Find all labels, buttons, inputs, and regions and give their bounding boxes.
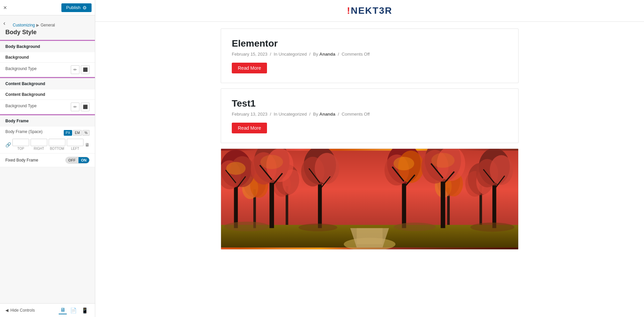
section-body-frame: Body Frame	[0, 114, 95, 127]
post-in-2: In	[274, 112, 277, 117]
desktop-view-btn[interactable]: 🖥	[59, 306, 67, 314]
hide-controls-arrow: ◀	[5, 308, 8, 313]
unit-percent-btn[interactable]: %	[83, 130, 90, 136]
unit-px-btn[interactable]: PX	[64, 130, 72, 136]
toggle-on[interactable]: ON	[78, 157, 90, 163]
svg-point-61	[299, 224, 337, 231]
content-background-control: Content Background	[0, 89, 95, 100]
breadcrumb-arrow: ▶	[36, 23, 39, 27]
link-icon[interactable]: 🔗	[5, 142, 11, 147]
top-field: TOP	[12, 139, 29, 150]
svg-point-62	[394, 223, 436, 231]
top-label: TOP	[17, 147, 24, 150]
preview-area: !NEKT3R Elementor February 15, 2023 / In…	[95, 0, 644, 317]
post-date-1: February 15, 2023	[232, 52, 267, 57]
post-card-2: Test1 February 13, 2023 / In Uncategoriz…	[221, 88, 519, 143]
tablet-view-btn[interactable]: 📄	[69, 306, 78, 314]
background-control: Background	[0, 52, 95, 63]
background-type-row: Background Type ✏ ⬛	[0, 63, 95, 77]
content-bg-type-icons: ✏ ⬛	[71, 103, 90, 111]
frame-space-label: Body Frame (Space)	[5, 129, 43, 134]
logo-exclaim: !	[347, 5, 351, 16]
hide-controls-label: Hide Controls	[10, 308, 35, 313]
section-content-background: Content Background	[0, 77, 95, 89]
post-category-1: Uncategorized	[279, 52, 307, 57]
post-in-1: In	[274, 52, 277, 57]
panel-topbar: × Publish ⚙	[0, 0, 95, 15]
panel-bottom: ◀ Hide Controls 🖥 📄 📱	[0, 303, 95, 317]
logo-text: NEKT3R	[351, 5, 392, 16]
post-by-1: By	[313, 52, 318, 57]
breadcrumb-section: General	[41, 23, 55, 27]
left-label: LEFT	[71, 147, 79, 150]
site-header: !NEKT3R	[95, 0, 644, 22]
content-background-type-row: Background Type ✏ ⬛	[0, 100, 95, 114]
gear-icon: ⚙	[83, 5, 87, 10]
content-background-label: Content Background	[5, 92, 90, 97]
unit-buttons: PX EM %	[64, 130, 90, 136]
background-type-icons: ✏ ⬛	[71, 65, 90, 74]
right-field: RIGHT	[31, 139, 47, 150]
svg-point-63	[470, 223, 514, 232]
hide-controls-button[interactable]: ◀ Hide Controls	[5, 308, 35, 313]
post-author-1: Ananda	[319, 52, 335, 57]
autumn-image	[221, 149, 518, 249]
section-body-background: Body Background	[0, 40, 95, 52]
pencil-icon-btn[interactable]: ✏	[71, 65, 79, 74]
content-background-type-label: Background Type	[5, 104, 37, 108]
post-comments-1: Comments Off	[342, 52, 370, 57]
read-more-btn-1[interactable]: Read More	[232, 63, 267, 73]
back-button[interactable]: ‹	[3, 20, 5, 27]
post-meta-1: February 15, 2023 / In Uncategorized / B…	[232, 52, 507, 57]
background-label: Background	[5, 55, 90, 60]
content-pencil-icon-btn[interactable]: ✏	[71, 103, 79, 111]
bottom-label: BOTTOM	[50, 147, 64, 150]
bottom-field: BOTTOM	[49, 139, 65, 150]
svg-point-57	[260, 155, 283, 169]
left-input[interactable]	[67, 139, 84, 146]
top-input[interactable]	[12, 139, 29, 146]
breadcrumb-customizing[interactable]: Customizing	[13, 23, 35, 27]
publish-label: Publish	[66, 5, 80, 10]
image-icon-btn[interactable]: ⬛	[81, 65, 90, 74]
autumn-image-card	[221, 148, 519, 250]
right-label: RIGHT	[34, 147, 44, 150]
fixed-body-frame-row: Fixed Body Frame OFF ON	[0, 153, 95, 167]
monitor-icon: 🖥	[85, 142, 90, 147]
svg-point-35	[315, 153, 339, 184]
post-date-2: February 13, 2023	[232, 112, 267, 117]
svg-point-59	[431, 153, 454, 168]
fixed-frame-toggle[interactable]: OFF ON	[65, 157, 90, 164]
svg-point-60	[224, 221, 270, 231]
svg-marker-64	[350, 228, 389, 248]
bottom-input[interactable]	[49, 139, 65, 146]
close-button[interactable]: ×	[3, 5, 7, 11]
publish-button[interactable]: Publish ⚙	[61, 3, 92, 12]
spacer-inputs: 🔗 TOP RIGHT BOTTOM LEFT 🖥	[0, 137, 95, 153]
post-title-1: Elementor	[232, 38, 507, 49]
right-input[interactable]	[31, 139, 47, 146]
post-card-1: Elementor February 15, 2023 / In Uncateg…	[221, 28, 519, 83]
toggle-off[interactable]: OFF	[66, 157, 78, 163]
left-panel: × Publish ⚙ ‹ Customizing ▶ General Body…	[0, 0, 95, 317]
breadcrumb: Customizing ▶ General	[7, 19, 60, 27]
post-meta-2: February 13, 2023 / In Uncategorized / B…	[232, 112, 507, 117]
fixed-frame-label: Fixed Body Frame	[5, 158, 38, 163]
svg-point-58	[393, 157, 414, 170]
panel-title: Body Style	[0, 27, 95, 40]
mobile-view-btn[interactable]: 📱	[80, 306, 90, 314]
frame-unit-row: Body Frame (Space) PX EM %	[0, 127, 95, 137]
post-by-2: By	[313, 112, 318, 117]
unit-em-btn[interactable]: EM	[73, 130, 82, 136]
post-category-2: Uncategorized	[279, 112, 307, 117]
content-image-icon-btn[interactable]: ⬛	[81, 103, 90, 111]
background-type-label: Background Type	[5, 66, 37, 71]
view-buttons: 🖥 📄 📱	[59, 306, 90, 314]
read-more-btn-2[interactable]: Read More	[232, 123, 267, 133]
site-logo: !NEKT3R	[95, 5, 644, 16]
autumn-scene-svg	[221, 149, 518, 249]
post-author-2: Ananda	[319, 112, 335, 117]
svg-point-56	[226, 162, 246, 175]
posts-area: Elementor February 15, 2023 / In Uncateg…	[215, 22, 524, 256]
post-title-2: Test1	[232, 98, 507, 109]
